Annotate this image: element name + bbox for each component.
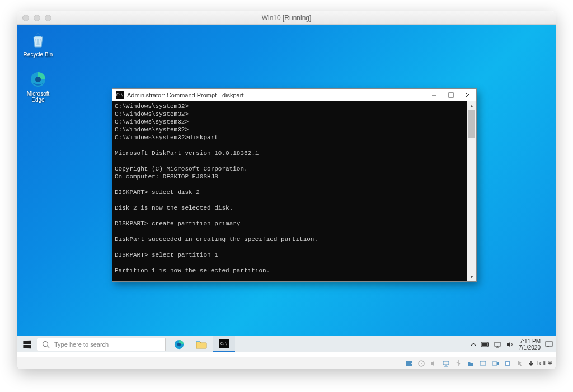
desktop-icon-label: Recycle Bin bbox=[24, 51, 53, 58]
vb-display-icon[interactable] bbox=[478, 359, 487, 368]
svg-point-25 bbox=[458, 360, 459, 361]
vb-shared-folders-icon[interactable] bbox=[466, 359, 475, 368]
svg-rect-12 bbox=[488, 343, 489, 346]
tray-date: 7/1/2020 bbox=[519, 344, 541, 351]
scroll-track[interactable] bbox=[467, 110, 476, 272]
cmd-title: Administrator: Command Prompt - diskpart bbox=[127, 92, 426, 98]
vb-recording-icon[interactable] bbox=[491, 359, 500, 368]
action-center-icon[interactable] bbox=[545, 341, 553, 348]
vb-optical-icon[interactable] bbox=[417, 359, 426, 368]
host-title: Win10 [Running] bbox=[17, 14, 556, 22]
cmd-icon: C:\ bbox=[219, 339, 229, 348]
taskbar-item-command-prompt[interactable]: C:\ bbox=[213, 336, 235, 352]
windows-logo-icon bbox=[23, 340, 31, 348]
scroll-down-button[interactable]: ▼ bbox=[467, 272, 476, 281]
cmd-icon: C:\ bbox=[116, 91, 124, 99]
svg-point-19 bbox=[411, 363, 412, 364]
battery-icon[interactable] bbox=[481, 342, 490, 347]
vb-cpu-icon[interactable] bbox=[503, 359, 512, 368]
terminal-output[interactable]: C:\Windows\system32> C:\Windows\system32… bbox=[112, 101, 467, 281]
svg-rect-14 bbox=[495, 342, 500, 346]
host-window: Win10 [Running] Recycle Bin bbox=[17, 11, 556, 369]
svg-rect-27 bbox=[492, 362, 497, 365]
taskbar: Type here to search C: bbox=[17, 336, 556, 352]
vb-hdd-icon[interactable] bbox=[405, 359, 414, 368]
tray-chevron-up-icon[interactable] bbox=[471, 342, 476, 347]
cmd-window-controls bbox=[426, 89, 476, 101]
edge-icon bbox=[28, 69, 48, 89]
edge-icon bbox=[173, 339, 185, 350]
taskbar-item-file-explorer[interactable] bbox=[190, 336, 213, 352]
close-button[interactable] bbox=[459, 89, 476, 101]
command-prompt-window: C:\ Administrator: Command Prompt - disk… bbox=[112, 88, 477, 282]
svg-point-1 bbox=[35, 77, 41, 82]
desktop-icon-label: Microsoft Edge bbox=[27, 91, 50, 103]
svg-point-9 bbox=[177, 342, 181, 346]
svg-rect-29 bbox=[506, 362, 509, 365]
volume-icon[interactable] bbox=[506, 341, 514, 348]
vb-audio-icon[interactable] bbox=[429, 359, 438, 368]
scroll-up-button[interactable]: ▲ bbox=[467, 101, 476, 110]
vb-usb-icon[interactable] bbox=[454, 359, 463, 368]
minimize-button[interactable] bbox=[426, 89, 443, 101]
cmd-titlebar[interactable]: C:\ Administrator: Command Prompt - disk… bbox=[112, 89, 476, 101]
svg-rect-3 bbox=[449, 93, 453, 97]
host-titlebar: Win10 [Running] bbox=[17, 11, 556, 25]
maximize-button[interactable] bbox=[443, 89, 459, 101]
svg-rect-17 bbox=[546, 342, 552, 346]
svg-rect-26 bbox=[480, 361, 486, 365]
vb-mouse-icon[interactable] bbox=[515, 359, 524, 368]
svg-line-7 bbox=[48, 346, 50, 348]
search-placeholder: Type here to search bbox=[54, 341, 109, 348]
taskbar-item-edge[interactable] bbox=[168, 336, 190, 352]
vb-host-key-indicator[interactable]: Left ⌘ bbox=[528, 360, 553, 366]
network-icon[interactable] bbox=[494, 341, 502, 348]
search-input[interactable]: Type here to search bbox=[37, 338, 166, 351]
system-tray: 7:11 PM 7/1/2020 bbox=[471, 338, 556, 351]
tray-time: 7:11 PM bbox=[519, 338, 541, 344]
desktop-icon-edge[interactable]: Microsoft Edge bbox=[21, 69, 55, 103]
scroll-thumb[interactable] bbox=[468, 110, 475, 138]
virtualbox-status-bar: Left ⌘ bbox=[17, 357, 556, 369]
folder-icon bbox=[196, 339, 207, 350]
recycle-bin-icon bbox=[28, 30, 48, 50]
svg-point-21 bbox=[421, 363, 422, 364]
search-icon bbox=[42, 341, 50, 348]
tray-clock[interactable]: 7:11 PM 7/1/2020 bbox=[519, 338, 541, 351]
svg-rect-13 bbox=[482, 343, 487, 346]
svg-rect-10 bbox=[196, 341, 200, 342]
windows-desktop[interactable]: Recycle Bin Microsoft Edge C:\ Administr… bbox=[17, 25, 556, 352]
start-button[interactable] bbox=[17, 336, 37, 352]
svg-rect-22 bbox=[443, 361, 449, 365]
arrow-down-icon bbox=[528, 361, 534, 366]
desktop-icon-recycle-bin[interactable]: Recycle Bin bbox=[21, 30, 55, 58]
vb-network-icon[interactable] bbox=[442, 359, 450, 368]
svg-point-6 bbox=[43, 341, 48, 346]
vb-host-key-label: Left ⌘ bbox=[537, 360, 553, 366]
scrollbar[interactable]: ▲ ▼ bbox=[467, 101, 476, 281]
taskbar-pinned-apps: C:\ bbox=[168, 336, 235, 352]
